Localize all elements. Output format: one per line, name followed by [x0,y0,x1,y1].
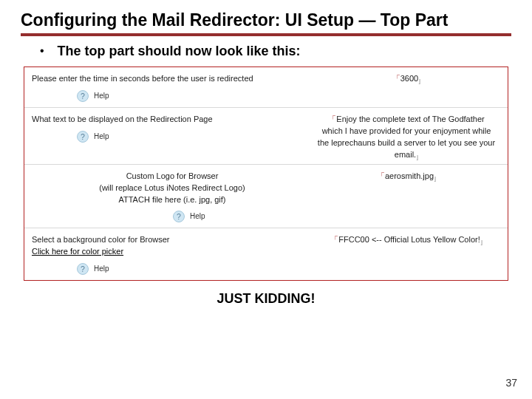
title-rule [21,33,511,36]
setting-value-col: 「aerosmith.jpg⌋ [313,171,500,184]
help-icon[interactable]: ? [172,210,185,223]
help-label: Help [94,91,109,102]
setting-label: Custom Logo for Browser (will replace Lo… [99,171,245,204]
setting-value-col: 「Enjoy the complete text of The Godfathe… [313,114,500,163]
svg-text:?: ? [177,212,181,221]
help-icon[interactable]: ? [76,89,89,103]
help-line: ? Help [76,89,313,103]
slide-title: Configuring the Mail Redirector: UI Setu… [21,10,511,30]
setting-label: Select a background color for Browser [32,235,169,244]
field-value[interactable]: 「3600⌋ [392,74,420,83]
subhead-line: • The top part should now look like this… [21,44,511,59]
help-icon[interactable]: ? [76,130,89,143]
setting-label-col: Select a background color for Browser Cl… [32,234,313,279]
setting-row: Please enter the time in seconds before … [24,67,508,108]
svg-text:?: ? [81,265,85,273]
setting-label-col: Please enter the time in seconds before … [32,73,313,106]
field-value[interactable]: 「aerosmith.jpg⌋ [377,171,436,180]
setting-row: Custom Logo for Browser (will replace Lo… [24,165,508,229]
setting-label-col: Custom Logo for Browser (will replace Lo… [32,171,313,227]
help-line: ? Help [76,130,313,143]
help-label: Help [94,132,109,143]
field-value[interactable]: 「Enjoy the complete text of The Godfathe… [318,115,495,159]
help-label: Help [94,264,109,275]
svg-text:?: ? [81,132,85,141]
setting-label: What text to be displayed on the Redirec… [32,115,213,123]
help-icon[interactable]: ? [76,262,89,276]
page-number: 37 [505,377,517,389]
bullet-dot: • [40,44,44,59]
settings-panel: Please enter the time in seconds before … [24,66,508,281]
color-picker-link[interactable]: Click here for color picker [32,247,123,256]
setting-label-col: What text to be displayed on the Redirec… [32,114,313,146]
slide: Configuring the Mail Redirector: UI Setu… [0,0,532,399]
subhead-text: The top part should now look like this: [58,44,301,59]
help-line: ? Help [172,210,283,223]
help-line: ? Help [76,262,313,276]
just-kidding-text: JUST KIDDING! [21,291,511,307]
help-label: Help [190,211,205,222]
field-value[interactable]: 「FFCC00 <-- Official Lotus Yellow Color!… [330,235,482,244]
setting-value-col: 「3600⌋ [313,73,500,86]
svg-text:?: ? [81,92,85,100]
setting-row: What text to be displayed on the Redirec… [24,108,508,165]
setting-label: Please enter the time in seconds before … [32,74,253,83]
setting-row: Select a background color for Browser Cl… [24,228,508,280]
setting-value-col: 「FFCC00 <-- Official Lotus Yellow Color!… [313,234,500,248]
